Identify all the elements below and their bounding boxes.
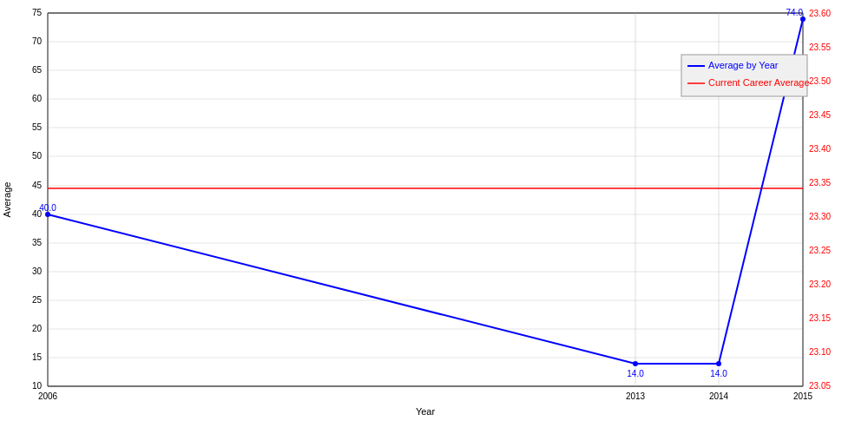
chart-container: 10 15 20 25 30 35 40 45 50 55 60 65 [0, 0, 868, 434]
y-tick-label: 60 [32, 94, 43, 103]
data-label: 74.0 [786, 8, 804, 17]
y-tick-label: 75 [32, 8, 43, 17]
right-y-tick-label: 23.40 [809, 144, 831, 154]
y-tick-label: 45 [32, 181, 43, 190]
right-y-tick-label: 23.30 [809, 212, 831, 221]
right-y-tick-label: 23.15 [809, 313, 831, 323]
x-axis-label: Year [416, 406, 436, 417]
x-tick-label: 2014 [709, 391, 729, 401]
right-y-tick-label: 23.05 [809, 381, 831, 391]
y-tick-label: 25 [32, 295, 43, 305]
data-point [716, 361, 721, 366]
y-tick-label: 35 [32, 238, 43, 247]
legend-average-by-year-label: Average by Year [708, 60, 779, 70]
right-y-tick-label: 23.25 [809, 246, 831, 255]
y-tick-label: 65 [32, 65, 43, 75]
y-tick-label: 30 [32, 266, 43, 276]
data-label: 14.0 [710, 369, 727, 378]
data-point [633, 361, 638, 366]
y-tick-label: 55 [32, 122, 43, 132]
right-y-tick-label: 23.50 [809, 76, 831, 86]
right-y-tick-label: 23.55 [809, 43, 831, 52]
y-axis-label: Average [2, 182, 12, 218]
chart-svg: 10 15 20 25 30 35 40 45 50 55 60 65 [0, 0, 868, 434]
y-tick-label: 15 [32, 352, 43, 362]
data-label: 14.0 [627, 369, 644, 378]
legend-career-average-label: Current Career Average [708, 77, 810, 88]
y-tick-label: 70 [32, 36, 43, 46]
data-label: 40.0 [39, 203, 56, 213]
right-y-tick-label: 23.60 [809, 9, 831, 18]
right-y-tick-label: 23.20 [809, 279, 831, 289]
right-y-tick-label: 23.35 [809, 178, 831, 187]
x-tick-label: 2006 [38, 391, 58, 401]
y-tick-label: 50 [32, 151, 43, 161]
y-tick-label: 20 [32, 324, 43, 333]
right-y-tick-label: 23.45 [809, 110, 831, 120]
x-tick-label: 2013 [626, 391, 646, 401]
y-tick-label: 10 [32, 381, 43, 391]
x-tick-label: 2015 [793, 391, 813, 401]
right-y-tick-label: 23.10 [809, 347, 831, 357]
